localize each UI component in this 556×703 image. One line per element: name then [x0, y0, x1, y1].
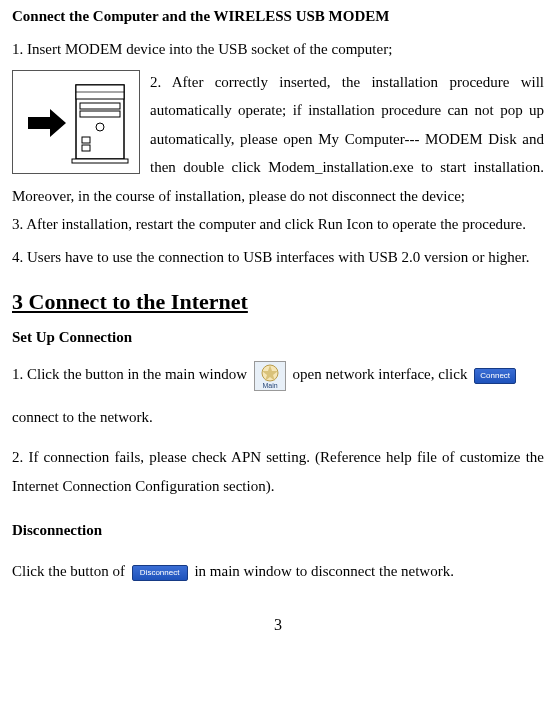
svg-marker-9: [28, 109, 66, 137]
svg-rect-6: [82, 137, 90, 143]
main-window-icon: Main: [254, 361, 286, 391]
svg-rect-3: [80, 103, 120, 109]
svg-rect-7: [82, 145, 90, 151]
disconnection-step: Click the button of Disconnect in main w…: [12, 557, 544, 586]
setup-step-1: 1. Click the button in the main window M…: [12, 360, 544, 431]
section-connect-internet-title: 3 Connect to the Internet: [12, 289, 544, 315]
modem-insert-figure: [12, 70, 140, 174]
step-2-block: 2. After correctly inserted, the install…: [12, 68, 544, 211]
disconnection-text-a: Click the button of: [12, 563, 129, 579]
svg-rect-8: [72, 159, 128, 163]
setup-connection-heading: Set Up Connection: [12, 329, 544, 346]
disconnection-text-b: in main window to disconnect the network…: [194, 563, 454, 579]
setup-step-2: 2. If connection fails, please check APN…: [12, 443, 544, 500]
disconnection-heading: Disconnection: [12, 522, 544, 539]
step-4: 4. Users have to use the connection to U…: [12, 243, 544, 272]
svg-point-5: [96, 123, 104, 131]
setup-step-1-text-c: connect to the network.: [12, 403, 153, 432]
step-1: 1. Insert MODEM device into the USB sock…: [12, 35, 544, 64]
svg-text:Main: Main: [262, 382, 277, 389]
step-3: 3. After installation, restart the compu…: [12, 210, 544, 239]
computer-tower-icon: [16, 77, 136, 167]
setup-step-1-text-a: 1. Click the button in the main window: [12, 366, 251, 382]
connect-button-image: Connect: [474, 368, 516, 384]
disconnect-button-image: Disconnect: [132, 565, 188, 581]
setup-step-1-text-b: open network interface, click: [292, 366, 471, 382]
section-connect-computer-title: Connect the Computer and the WIRELESS US…: [12, 8, 544, 25]
svg-rect-4: [80, 111, 120, 117]
page-number: 3: [12, 616, 544, 634]
